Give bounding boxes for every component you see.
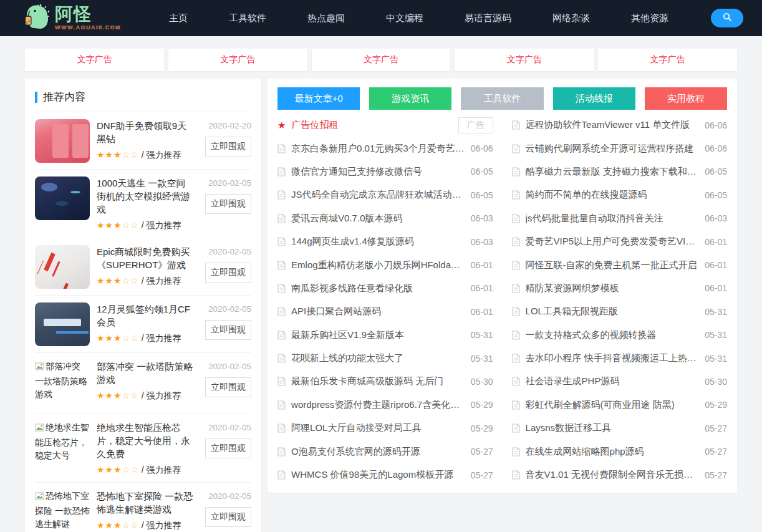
- text-ad-slot[interactable]: 文字广告: [598, 49, 737, 71]
- article-list-item[interactable]: js代码批量批量自动取消抖音关注 06-03: [512, 207, 727, 230]
- rating-label: / 强力推荐: [142, 520, 181, 530]
- nav-item[interactable]: 网络杂谈: [532, 12, 610, 24]
- article-date: 05-31: [705, 307, 727, 317]
- nav-item[interactable]: 工具软件: [208, 12, 287, 24]
- document-icon: [512, 284, 520, 293]
- recommended-card[interactable]: 绝地求生智能压枪芯片，稳定大号 绝地求生智能压枪芯片，稳定大号使用，永久免费 ★…: [35, 414, 251, 483]
- nav-item[interactable]: 易语言源码: [444, 12, 532, 24]
- star-rating-empty: ☆☆: [122, 465, 139, 475]
- star-rating-filled: ★★★: [97, 520, 122, 530]
- article-date: 06-06: [705, 143, 727, 153]
- recommended-card[interactable]: 12月灵狐签约领1月CF会员 ★★★☆☆/ 强力推荐 2020-02-05 立即…: [35, 296, 251, 353]
- view-now-button[interactable]: 立即围观: [205, 438, 251, 458]
- recommended-card[interactable]: 1000天逃生 一款空间街机的太空模拟经营游戏 ★★★☆☆/ 强力推荐 2020…: [35, 170, 251, 238]
- article-list-item[interactable]: wordpress资源付费主题ripro6.7含美化包... 05-29: [277, 394, 493, 417]
- article-title: 远程协助软件TeamViewer v11 单文件版: [526, 119, 700, 131]
- article-list-item[interactable]: 社会语录生成PHP源码 05-30: [512, 370, 727, 393]
- search-button[interactable]: [711, 9, 743, 27]
- article-list-item[interactable]: 144g网页生成v1.4修复版源码 06-03: [277, 230, 493, 253]
- article-list-item[interactable]: 微信官方通知已支持修改微信号 06-05: [277, 160, 493, 183]
- article-list-item[interactable]: 最新乐购社区V1.9全新版本 05-31: [277, 324, 493, 347]
- nav-item[interactable]: 热点趣闻: [287, 12, 365, 24]
- article-list-item[interactable]: WHMCS 价值98美元的Lagom模板开源 05-27: [277, 463, 493, 486]
- text-ad-slot[interactable]: 文字广告: [168, 49, 307, 71]
- view-now-button[interactable]: 立即围观: [205, 377, 251, 397]
- article-list-item[interactable]: 音友V1.01 无视付费限制全网音乐无损免费... 05-27: [512, 463, 727, 486]
- star-rating-empty: ☆☆: [122, 150, 139, 160]
- article-list-item[interactable]: 最新伯乐发卡商城高级版源码 无后门 05-30: [277, 370, 493, 393]
- text-ad-slot[interactable]: 文字广告: [25, 49, 164, 71]
- article-list-item[interactable]: 简约而不简单的在线搜题源码 06-05: [512, 183, 727, 206]
- article-list-item[interactable]: API接口聚合网站源码 06-01: [277, 300, 493, 323]
- article-list-item[interactable]: Laysns数据迁移工具 05-27: [512, 417, 727, 440]
- main-navigation: 主页 工具软件 热点趣闻 中文编程 易语言源码 网络杂谈 其他资源: [148, 12, 689, 24]
- ad-rent-label: 广告位招租: [292, 119, 453, 131]
- article-list-item[interactable]: LOL工具箱无限视距版 05-31: [512, 300, 727, 323]
- document-icon: [277, 261, 286, 270]
- article-list-item[interactable]: 云铺购代刷网系统全开源可运营程序搭建 06-06: [512, 137, 727, 160]
- article-list-item[interactable]: JS代码全自动完成京东品牌狂欢城活动任务 06-05: [277, 183, 493, 206]
- article-title: 花呗新上线的功能太强大了: [291, 352, 465, 364]
- article-date: 06-01: [705, 260, 727, 270]
- site-domain: WWW.AGUAI8.COM: [55, 25, 121, 31]
- site-logo[interactable]: 阿怪 WWW.AGUAI8.COM: [19, 2, 121, 34]
- nav-item[interactable]: 主页: [148, 12, 208, 24]
- article-date: 05-31: [705, 354, 727, 364]
- card-thumbnail: [35, 245, 90, 289]
- article-list-item[interactable]: 爱奇艺VIP5以上用户可免费发爱奇艺VIP红包 06-01: [512, 230, 727, 253]
- recommended-card[interactable]: 部落冲突 一款塔防策略游戏 部落冲突 一款塔防策略游戏 ★★★☆☆/ 强力推荐 …: [35, 353, 251, 414]
- card-rating: ★★★☆☆/ 强力推荐: [97, 520, 193, 531]
- recommended-card[interactable]: Epic商城限时免费购买《SUPERHOT》游戏 ★★★☆☆/ 强力推荐 202…: [35, 238, 251, 296]
- article-list-item[interactable]: 一款支持格式众多的视频转换器 05-31: [512, 324, 727, 347]
- article-list-item[interactable]: 远程协助软件TeamViewer v11 单文件版 06-06: [512, 114, 727, 137]
- recommended-card[interactable]: 恐怖地下室探险 一款恐怖逃生解谜 恐怖地下室探险 一款恐怖逃生解谜类游戏 ★★★…: [35, 483, 251, 532]
- document-icon: [512, 423, 520, 433]
- view-now-button[interactable]: 立即围观: [205, 263, 251, 283]
- category-button-latest-articles[interactable]: 最新文章+0: [277, 87, 360, 110]
- document-icon: [277, 214, 286, 223]
- recommended-card[interactable]: DNF助手免费领取9天黑钻 ★★★☆☆/ 强力推荐 2020-02-20 立即围…: [35, 112, 251, 170]
- article-list-item[interactable]: 南瓜影视多线路任意看绿化版 06-01: [277, 277, 493, 300]
- view-now-button[interactable]: 立即围观: [205, 507, 251, 527]
- nav-item[interactable]: 其他资源: [610, 12, 689, 24]
- ad-slot-for-rent-row[interactable]: ★ 广告位招租 广告: [277, 114, 493, 137]
- card-title: DNF助手免费领取9天黑钻: [97, 119, 193, 145]
- broken-thumbnail: 恐怖地下室探险 一款恐怖逃生解谜: [35, 490, 90, 532]
- article-list-item[interactable]: 阿怪互联-自家的免费主机第一批正式开启 06-01: [512, 253, 727, 276]
- view-now-button[interactable]: 立即围观: [205, 194, 251, 214]
- category-button-activity[interactable]: 活动线报: [553, 87, 635, 110]
- document-icon: [512, 307, 520, 316]
- document-icon: [512, 167, 520, 177]
- article-title: 一款支持格式众多的视频转换器: [526, 329, 700, 341]
- star-rating-empty: ☆☆: [122, 390, 139, 400]
- article-list-item[interactable]: 阿狸LOL大厅自动接受对局工具 05-29: [277, 417, 493, 440]
- category-button-tutorials[interactable]: 实用教程: [645, 87, 727, 110]
- article-date: 06-05: [705, 190, 727, 200]
- article-list-item[interactable]: 花呗新上线的功能太强大了 05-31: [277, 347, 493, 370]
- article-list-item[interactable]: 彩虹代刷全解源码(可商业用途 防黑) 05-29: [512, 394, 727, 417]
- article-list-item[interactable]: 在线生成网站缩略图php源码 05-27: [512, 440, 727, 463]
- article-title: 阿狸LOL大厅自动接受对局工具: [291, 422, 465, 434]
- article-list-item[interactable]: 爱讯云商城V0.7.0版本源码 06-03: [277, 207, 493, 230]
- card-rating: ★★★☆☆/ 强力推荐: [97, 390, 193, 402]
- article-list-item[interactable]: O泡易支付系统官网的源码开源 05-27: [277, 440, 493, 463]
- view-now-button[interactable]: 立即围观: [205, 137, 251, 157]
- article-date: 06-03: [705, 213, 727, 223]
- nav-item[interactable]: 中文编程: [365, 12, 444, 24]
- recommended-sidebar: 推荐内容 DNF助手免费领取9天黑钻 ★★★☆☆/ 强力推荐 2020-02-2…: [25, 79, 261, 532]
- article-list-item[interactable]: 酷享磁力云最新版 支持磁力搜索下载和一... 06-05: [512, 160, 727, 183]
- article-list-item[interactable]: 精防某资源网织梦模板 06-01: [512, 277, 727, 300]
- document-icon: [277, 307, 286, 316]
- text-ad-slot[interactable]: 文字广告: [455, 49, 594, 71]
- card-title: 1000天逃生 一款空间街机的太空模拟经营游戏: [97, 177, 193, 216]
- article-list-item[interactable]: 京东白条新用户0.01元购买3个月爱奇艺黄... 06-06: [277, 137, 493, 160]
- text-ad-slot[interactable]: 文字广告: [312, 49, 451, 71]
- article-list-item[interactable]: 去水印小程序 快手抖音视频搬运工上热门... 05-31: [512, 347, 727, 370]
- article-date: 06-06: [705, 120, 727, 130]
- site-title: 阿怪: [55, 6, 121, 23]
- category-button-game-news[interactable]: 游戏资讯: [369, 87, 451, 110]
- category-button-tools[interactable]: 工具软件: [461, 87, 543, 110]
- document-icon: [512, 214, 520, 223]
- article-list-item[interactable]: Emlog重构精仿老版小刀娱乐网HFoldao模... 06-01: [277, 253, 493, 276]
- view-now-button[interactable]: 立即围观: [205, 320, 251, 340]
